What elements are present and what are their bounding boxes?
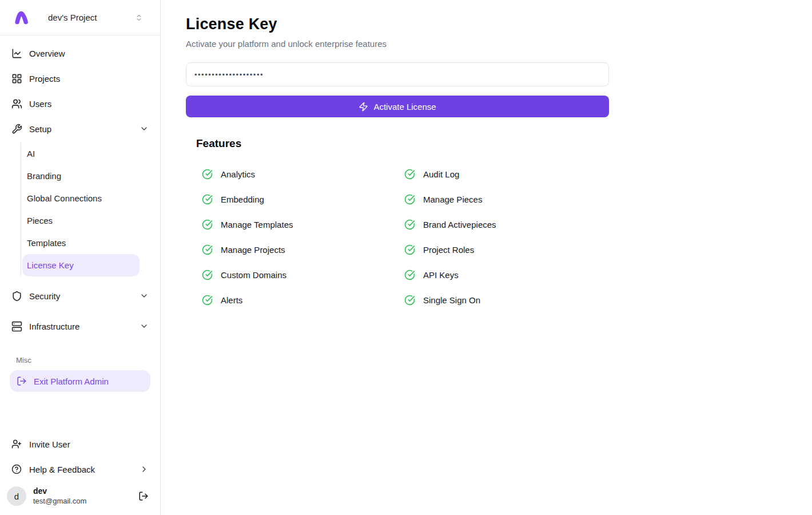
help-feedback-label: Help & Feedback xyxy=(29,465,95,474)
feature-label: Alerts xyxy=(221,295,242,305)
circle-check-icon xyxy=(202,244,213,255)
sidebar-item-label: Setup xyxy=(29,124,51,134)
sidebar-item-projects[interactable]: Projects xyxy=(5,66,156,91)
chevrons-up-down-icon xyxy=(135,14,143,22)
log-out-icon xyxy=(17,376,27,386)
user-account-row[interactable]: d dev test@gmail.com xyxy=(5,482,156,510)
feature-label: Manage Templates xyxy=(221,220,293,229)
sidebar-item-users[interactable]: Users xyxy=(5,91,156,116)
sidebar-item-pieces[interactable]: Pieces xyxy=(22,209,140,232)
sub-item-label: Branding xyxy=(27,171,61,181)
sub-item-label: License Key xyxy=(27,260,74,270)
sidebar-item-label: Projects xyxy=(29,74,60,84)
setup-sub-list: AI Branding Global Connections Pieces Te… xyxy=(21,142,156,276)
circle-check-icon xyxy=(202,295,213,306)
sidebar-item-label: Overview xyxy=(29,49,65,58)
feature-single-sign-on: Single Sign On xyxy=(404,287,607,312)
license-key-input[interactable] xyxy=(186,62,609,86)
circle-check-icon xyxy=(202,194,213,205)
invite-user-label: Invite User xyxy=(29,439,70,449)
feature-label: Embedding xyxy=(221,195,264,204)
layout-grid-icon xyxy=(11,73,22,84)
feature-embedding: Embedding xyxy=(202,187,404,212)
chevron-right-icon xyxy=(140,465,149,474)
user-plus-icon xyxy=(11,439,22,449)
sidebar-item-global-connections[interactable]: Global Connections xyxy=(22,187,140,209)
circle-check-icon xyxy=(404,219,415,230)
feature-brand-activepieces: Brand Activepieces xyxy=(404,212,607,237)
circle-check-icon xyxy=(404,169,415,180)
user-email: test@gmail.com xyxy=(33,497,86,506)
chart-line-icon xyxy=(11,48,22,59)
shield-icon xyxy=(11,291,22,302)
sidebar-item-templates[interactable]: Templates xyxy=(22,232,140,254)
sidebar-item-security[interactable]: Security xyxy=(5,283,156,308)
exit-platform-admin-label: Exit Platform Admin xyxy=(34,377,109,386)
activate-license-label: Activate License xyxy=(373,102,436,112)
feature-analytics: Analytics xyxy=(202,161,404,187)
zap-icon xyxy=(359,102,368,112)
sidebar-item-ai[interactable]: AI xyxy=(22,142,140,165)
feature-label: Manage Projects xyxy=(221,245,285,255)
sidebar-nav: Overview Projects Users Setup AI Brandin… xyxy=(0,35,160,392)
users-icon xyxy=(11,98,22,109)
chevron-down-icon xyxy=(140,291,149,300)
features-col1: Analytics Embedding Manage Templates Man… xyxy=(202,161,404,312)
circle-check-icon xyxy=(404,194,415,205)
feature-label: Audit Log xyxy=(423,169,459,179)
sub-item-label: AI xyxy=(27,149,35,159)
sidebar-item-overview[interactable]: Overview xyxy=(5,41,156,66)
circle-check-icon xyxy=(202,219,213,230)
features-title: Features xyxy=(196,137,609,150)
features-grid: Analytics Embedding Manage Templates Man… xyxy=(202,161,609,312)
invite-user-button[interactable]: Invite User xyxy=(5,431,156,457)
avatar: d xyxy=(7,486,26,506)
user-meta: dev test@gmail.com xyxy=(33,486,86,506)
sidebar-bottom: Invite User Help & Feedback d dev test@g… xyxy=(0,431,160,510)
feature-label: Project Roles xyxy=(423,245,474,255)
sidebar-item-infrastructure[interactable]: Infrastructure xyxy=(5,314,156,339)
feature-custom-domains: Custom Domains xyxy=(202,262,404,287)
exit-platform-admin-button[interactable]: Exit Platform Admin xyxy=(10,370,150,392)
features-col2: Audit Log Manage Pieces Brand Activepiec… xyxy=(404,161,607,312)
sidebar-item-branding[interactable]: Branding xyxy=(22,165,140,187)
chevron-down-icon xyxy=(140,124,149,133)
activate-license-button[interactable]: Activate License xyxy=(186,96,609,117)
feature-api-keys: API Keys xyxy=(404,262,607,287)
feature-manage-pieces: Manage Pieces xyxy=(404,187,607,212)
project-name: dev's Project xyxy=(48,13,135,22)
circle-check-icon xyxy=(404,295,415,306)
sub-item-label: Templates xyxy=(27,238,66,248)
server-icon xyxy=(11,321,22,332)
feature-manage-projects: Manage Projects xyxy=(202,237,404,262)
misc-group-label: Misc xyxy=(16,356,156,365)
sidebar-item-label: Users xyxy=(29,99,51,109)
chevron-down-icon xyxy=(140,322,149,331)
sidebar-item-setup[interactable]: Setup xyxy=(5,116,156,141)
circle-check-icon xyxy=(202,270,213,280)
feature-label: API Keys xyxy=(423,270,459,280)
page-subtitle: Activate your platform and unlock enterp… xyxy=(186,39,609,49)
sub-item-label: Pieces xyxy=(27,216,53,225)
activepieces-logo-icon xyxy=(13,9,30,26)
feature-label: Analytics xyxy=(221,169,255,179)
feature-audit-log: Audit Log xyxy=(404,161,607,187)
feature-project-roles: Project Roles xyxy=(404,237,607,262)
circle-check-icon xyxy=(404,244,415,255)
feature-alerts: Alerts xyxy=(202,287,404,312)
user-name: dev xyxy=(33,486,86,497)
circle-check-icon xyxy=(404,270,415,280)
sidebar-item-license-key[interactable]: License Key xyxy=(22,254,140,276)
feature-manage-templates: Manage Templates xyxy=(202,212,404,237)
log-out-icon[interactable] xyxy=(138,491,149,501)
feature-label: Custom Domains xyxy=(221,270,286,280)
main-content: License Key Activate your platform and u… xyxy=(186,0,609,312)
circle-help-icon xyxy=(11,464,22,474)
feature-label: Manage Pieces xyxy=(423,195,482,204)
feature-label: Single Sign On xyxy=(423,295,480,305)
sidebar: dev's Project Overview Projects Users Se… xyxy=(0,0,161,515)
project-switcher[interactable]: dev's Project xyxy=(0,0,160,35)
wrench-icon xyxy=(11,124,22,134)
help-feedback-button[interactable]: Help & Feedback xyxy=(5,457,156,482)
sidebar-item-label: Security xyxy=(29,291,60,301)
